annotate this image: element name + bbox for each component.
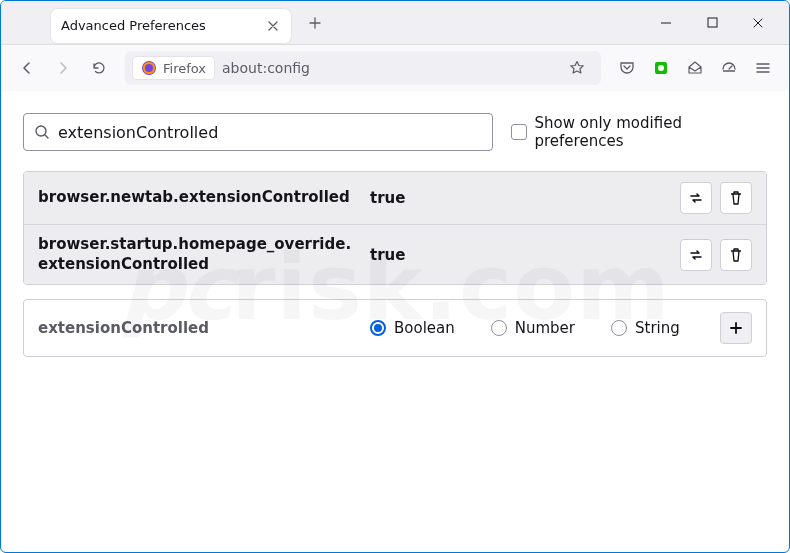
svg-point-4 <box>658 65 664 71</box>
pref-list: browser.newtab.extensionControlled true … <box>23 171 767 285</box>
type-radio-string[interactable]: String <box>611 319 680 337</box>
pref-row[interactable]: browser.newtab.extensionControlled true <box>24 172 766 224</box>
close-window-button[interactable] <box>735 3 781 43</box>
radio-icon <box>611 320 627 336</box>
titlebar: Advanced Preferences <box>1 1 789 45</box>
url-bar[interactable]: Firefox about:config <box>125 51 601 85</box>
type-radio-number[interactable]: Number <box>491 319 575 337</box>
new-tab-button[interactable] <box>301 9 329 37</box>
window-controls <box>643 3 781 43</box>
menu-button[interactable] <box>747 52 779 84</box>
delete-button[interactable] <box>720 239 752 271</box>
reload-button[interactable] <box>83 52 115 84</box>
pref-value: true <box>370 246 668 264</box>
pref-name: browser.startup.homepage_override.extens… <box>38 235 358 274</box>
pref-value: true <box>370 189 668 207</box>
radio-icon <box>370 320 386 336</box>
svg-rect-0 <box>708 18 717 27</box>
pref-name: browser.newtab.extensionControlled <box>38 188 358 208</box>
url-text: about:config <box>222 60 310 76</box>
search-icon <box>34 124 50 140</box>
type-radio-boolean[interactable]: Boolean <box>370 319 455 337</box>
tab-title: Advanced Preferences <box>61 18 265 33</box>
show-modified-label: Show only modified preferences <box>535 114 768 150</box>
pocket-icon[interactable] <box>611 52 643 84</box>
dashboard-icon[interactable] <box>713 52 745 84</box>
new-pref-row: extensionControlled Boolean Number Strin… <box>23 299 767 357</box>
pref-row[interactable]: browser.startup.homepage_override.extens… <box>24 224 766 284</box>
close-icon[interactable] <box>265 18 281 34</box>
inbox-icon[interactable] <box>679 52 711 84</box>
extension-icon[interactable] <box>645 52 677 84</box>
nav-toolbar: Firefox about:config <box>1 45 789 91</box>
toggle-button[interactable] <box>680 182 712 214</box>
svg-point-2 <box>145 64 153 72</box>
radio-icon <box>491 320 507 336</box>
pref-search-box <box>23 113 493 151</box>
firefox-icon <box>141 60 157 76</box>
identity-label: Firefox <box>163 61 206 76</box>
show-modified-checkbox[interactable]: Show only modified preferences <box>511 114 767 150</box>
forward-button[interactable] <box>47 52 79 84</box>
checkbox-icon <box>511 124 527 140</box>
add-button[interactable] <box>720 312 752 344</box>
browser-tab[interactable]: Advanced Preferences <box>51 9 291 43</box>
svg-point-5 <box>36 126 46 136</box>
delete-button[interactable] <box>720 182 752 214</box>
toggle-button[interactable] <box>680 239 712 271</box>
maximize-button[interactable] <box>689 3 735 43</box>
identity-box[interactable]: Firefox <box>133 57 214 79</box>
back-button[interactable] <box>11 52 43 84</box>
pref-search-input[interactable] <box>58 123 482 142</box>
minimize-button[interactable] <box>643 3 689 43</box>
new-pref-name: extensionControlled <box>38 319 358 337</box>
bookmark-star-icon[interactable] <box>561 52 593 84</box>
page-content: Show only modified preferences browser.n… <box>1 91 789 379</box>
